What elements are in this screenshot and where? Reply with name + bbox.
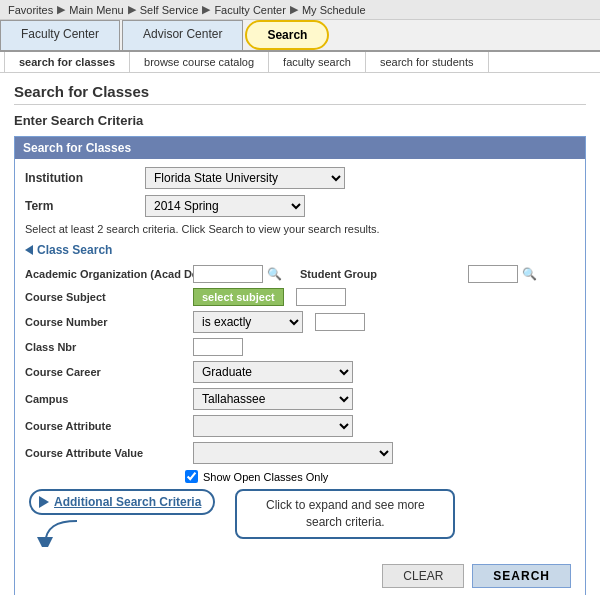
- acad-org-row: Academic Organization (Acad Dept) 🔍 Stud…: [25, 265, 575, 283]
- acad-org-label: Academic Organization (Acad Dept): [25, 268, 185, 280]
- institution-select[interactable]: Florida State University: [145, 167, 345, 189]
- breadcrumb-self-service[interactable]: Self Service: [140, 4, 199, 16]
- show-open-classes-label: Show Open Classes Only: [203, 471, 328, 483]
- institution-row: Institution Florida State University: [25, 167, 575, 189]
- course-number-row: Course Number is exactly contains begins…: [25, 311, 575, 333]
- acad-org-search-icon[interactable]: 🔍: [267, 267, 282, 281]
- show-open-classes-row: Show Open Classes Only: [185, 470, 575, 483]
- expand-icon: [39, 496, 49, 508]
- course-number-operator-select[interactable]: is exactly contains begins with: [193, 311, 303, 333]
- campus-row: Campus Tallahassee Panama City Other: [25, 388, 575, 410]
- course-subject-input[interactable]: [296, 288, 346, 306]
- class-nbr-label: Class Nbr: [25, 341, 185, 353]
- search-box-header: Search for Classes: [15, 137, 585, 159]
- breadcrumb-faculty-center[interactable]: Faculty Center: [214, 4, 286, 16]
- search-button[interactable]: SEARCH: [472, 564, 571, 588]
- campus-label: Campus: [25, 393, 185, 405]
- main-tab-bar: Faculty Center Advisor Center Search: [0, 20, 600, 52]
- page-title: Search for Classes: [14, 83, 586, 100]
- course-attribute-label: Course Attribute: [25, 420, 185, 432]
- class-nbr-row: Class Nbr: [25, 338, 575, 356]
- clear-button[interactable]: CLEAR: [382, 564, 464, 588]
- tab-faculty-center[interactable]: Faculty Center: [0, 20, 120, 50]
- sub-tab-search-for-classes[interactable]: search for classes: [4, 52, 130, 72]
- course-career-label: Course Career: [25, 366, 185, 378]
- class-search-section: Class Search Academic Organization (Acad…: [25, 243, 575, 588]
- term-label: Term: [25, 199, 145, 213]
- student-group-input[interactable]: [468, 265, 518, 283]
- course-career-row: Course Career Graduate Undergraduate: [25, 361, 575, 383]
- course-subject-label: Course Subject: [25, 291, 185, 303]
- campus-select[interactable]: Tallahassee Panama City Other: [193, 388, 353, 410]
- tab-advisor-center[interactable]: Advisor Center: [122, 20, 243, 50]
- course-attribute-value-label: Course Attribute Value: [25, 447, 185, 459]
- course-attribute-select[interactable]: [193, 415, 353, 437]
- page-content: Search for Classes Enter Search Criteria…: [0, 73, 600, 595]
- student-group-label: Student Group: [300, 268, 460, 280]
- info-text: Select at least 2 search criteria. Click…: [25, 223, 575, 235]
- sub-tab-faculty-search[interactable]: faculty search: [269, 52, 366, 72]
- sub-tab-browse-course-catalog[interactable]: browse course catalog: [130, 52, 269, 72]
- institution-label: Institution: [25, 171, 145, 185]
- term-select[interactable]: 2014 Spring 2014 Fall 2013 Fall: [145, 195, 305, 217]
- additional-search-row: Additional Search Criteria: [29, 489, 575, 550]
- term-row: Term 2014 Spring 2014 Fall 2013 Fall: [25, 195, 575, 217]
- search-box-body: Institution Florida State University Ter…: [15, 159, 585, 595]
- course-number-label: Course Number: [25, 316, 185, 328]
- divider: [14, 104, 586, 105]
- search-for-classes-box: Search for Classes Institution Florida S…: [14, 136, 586, 595]
- additional-criteria-button[interactable]: Additional Search Criteria: [29, 489, 215, 515]
- breadcrumb-favorites[interactable]: Favorites: [8, 4, 53, 16]
- breadcrumb-main-menu[interactable]: Main Menu: [69, 4, 123, 16]
- callout-box: Click to expand and see more search crit…: [235, 489, 455, 539]
- sub-tab-search-for-students[interactable]: search for students: [366, 52, 489, 72]
- collapse-icon[interactable]: [25, 245, 33, 255]
- course-attribute-row: Course Attribute: [25, 415, 575, 437]
- course-attribute-value-select[interactable]: [193, 442, 393, 464]
- action-buttons: CLEAR SEARCH: [25, 564, 575, 588]
- additional-criteria-label: Additional Search Criteria: [54, 495, 201, 509]
- course-attribute-value-row: Course Attribute Value: [25, 442, 575, 464]
- student-group-search-icon[interactable]: 🔍: [522, 267, 537, 281]
- curved-arrow: [37, 517, 87, 547]
- section-subtitle: Enter Search Criteria: [14, 113, 586, 128]
- breadcrumb: Favorites ▶ Main Menu ▶ Self Service ▶ F…: [0, 0, 600, 20]
- breadcrumb-current: My Schedule: [302, 4, 366, 16]
- sub-tab-bar: search for classes browse course catalog…: [0, 52, 600, 73]
- tab-search[interactable]: Search: [245, 20, 329, 50]
- show-open-classes-checkbox[interactable]: [185, 470, 198, 483]
- acad-org-input[interactable]: [193, 265, 263, 283]
- acad-org-field: 🔍: [193, 265, 282, 283]
- student-group-field: 🔍: [468, 265, 537, 283]
- course-subject-row: Course Subject select subject: [25, 288, 575, 306]
- course-career-select[interactable]: Graduate Undergraduate: [193, 361, 353, 383]
- select-subject-button[interactable]: select subject: [193, 288, 284, 306]
- class-nbr-input[interactable]: [193, 338, 243, 356]
- course-number-input[interactable]: [315, 313, 365, 331]
- class-search-title: Class Search: [25, 243, 575, 257]
